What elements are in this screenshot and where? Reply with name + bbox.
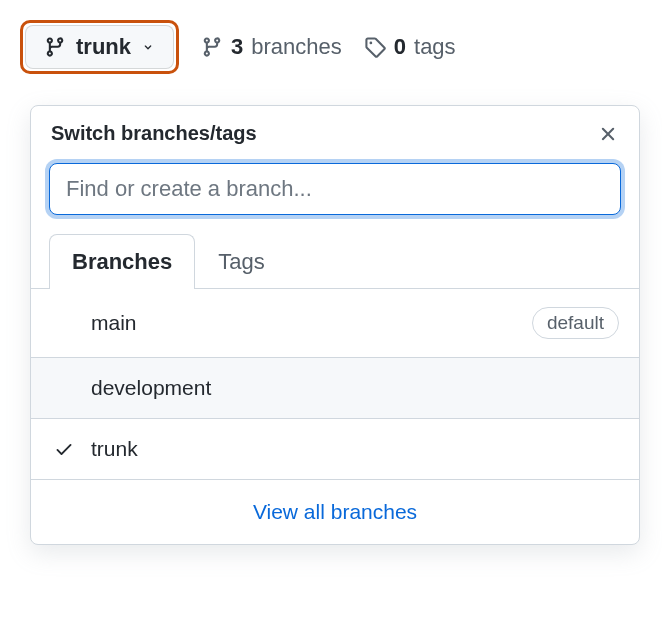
branch-switcher-panel: Switch branches/tags Branches Tags main … [30, 105, 640, 545]
branch-name: main [91, 311, 137, 335]
branches-link[interactable]: 3 branches [201, 34, 342, 60]
branches-label: branches [251, 34, 342, 60]
panel-header: Switch branches/tags [31, 106, 639, 157]
branch-list: main default development trunk [31, 289, 639, 480]
tags-count: 0 [394, 34, 406, 60]
branch-item-trunk[interactable]: trunk [31, 419, 639, 480]
branch-select-button[interactable]: trunk [25, 25, 174, 69]
tab-branches[interactable]: Branches [49, 234, 195, 289]
highlight-ring: trunk [20, 20, 179, 74]
git-branch-icon [44, 36, 66, 58]
panel-title: Switch branches/tags [51, 122, 257, 145]
branch-item-development[interactable]: development [31, 358, 639, 419]
branch-search-input[interactable] [49, 163, 621, 215]
caret-down-icon [141, 40, 155, 54]
check-icon [51, 439, 77, 459]
close-icon[interactable] [597, 123, 619, 145]
branch-button-label: trunk [76, 34, 131, 60]
branch-name: development [91, 376, 211, 400]
default-badge: default [532, 307, 619, 339]
tags-label: tags [414, 34, 456, 60]
repo-toolbar: trunk 3 branches 0 tags [20, 20, 642, 74]
branch-name: trunk [91, 437, 138, 461]
view-all-branches-link[interactable]: View all branches [31, 480, 639, 544]
tab-tags[interactable]: Tags [195, 234, 287, 289]
tag-icon [364, 36, 386, 58]
git-branch-icon [201, 36, 223, 58]
branch-item-main[interactable]: main default [31, 289, 639, 358]
branches-count: 3 [231, 34, 243, 60]
search-wrap [31, 157, 639, 233]
tab-row: Branches Tags [31, 233, 639, 289]
tags-link[interactable]: 0 tags [364, 34, 456, 60]
